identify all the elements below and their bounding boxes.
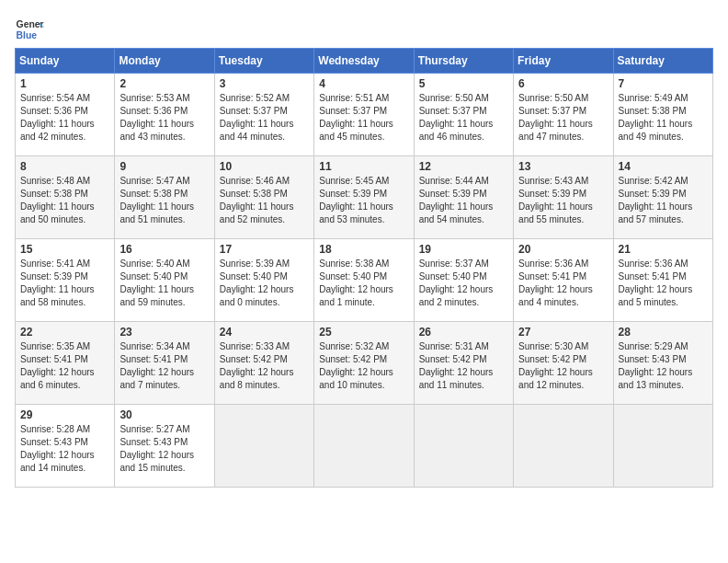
day-info: Sunrise: 5:53 AMSunset: 5:36 PMDaylight:…: [119, 92, 209, 144]
calendar-cell: 27Sunrise: 5:30 AMSunset: 5:42 PMDayligh…: [514, 322, 613, 405]
day-info: Sunrise: 5:29 AMSunset: 5:43 PMDaylight:…: [619, 340, 708, 392]
calendar-week-row: 22Sunrise: 5:35 AMSunset: 5:41 PMDayligh…: [16, 322, 713, 405]
day-info: Sunrise: 5:52 AMSunset: 5:37 PMDaylight:…: [220, 92, 309, 144]
day-info: Sunrise: 5:28 AMSunset: 5:43 PMDaylight:…: [20, 423, 109, 475]
day-info: Sunrise: 5:54 AMSunset: 5:36 PMDaylight:…: [20, 92, 109, 144]
calendar-cell: 12Sunrise: 5:44 AMSunset: 5:39 PMDayligh…: [414, 156, 513, 239]
day-number: 29: [20, 408, 109, 421]
day-number: 18: [319, 243, 408, 256]
day-number: 23: [119, 326, 209, 339]
logo: General Blue: [15, 15, 44, 44]
calendar-cell: [314, 405, 414, 488]
day-info: Sunrise: 5:48 AMSunset: 5:38 PMDaylight:…: [20, 175, 109, 226]
day-number: 14: [619, 160, 708, 173]
calendar-cell: 1Sunrise: 5:54 AMSunset: 5:36 PMDaylight…: [16, 74, 115, 156]
calendar-cell: [613, 405, 712, 488]
day-header-sunday: Sunday: [16, 49, 115, 74]
day-number: 4: [319, 77, 408, 90]
calendar-header-row: SundayMondayTuesdayWednesdayThursdayFrid…: [16, 49, 713, 74]
day-number: 15: [20, 243, 109, 256]
day-info: Sunrise: 5:50 AMSunset: 5:37 PMDaylight:…: [518, 92, 608, 144]
calendar-cell: 30Sunrise: 5:27 AMSunset: 5:43 PMDayligh…: [115, 405, 214, 488]
day-info: Sunrise: 5:35 AMSunset: 5:41 PMDaylight:…: [20, 340, 109, 392]
day-info: Sunrise: 5:49 AMSunset: 5:38 PMDaylight:…: [619, 92, 708, 144]
calendar-cell: 25Sunrise: 5:32 AMSunset: 5:42 PMDayligh…: [314, 322, 414, 405]
calendar-cell: 3Sunrise: 5:52 AMSunset: 5:37 PMDaylight…: [214, 74, 313, 156]
day-info: Sunrise: 5:47 AMSunset: 5:38 PMDaylight:…: [119, 175, 209, 226]
calendar-cell: 7Sunrise: 5:49 AMSunset: 5:38 PMDaylight…: [613, 74, 712, 156]
calendar-week-row: 8Sunrise: 5:48 AMSunset: 5:38 PMDaylight…: [16, 156, 713, 239]
day-number: 24: [220, 326, 309, 339]
logo-icon: General Blue: [15, 15, 44, 44]
calendar-cell: 2Sunrise: 5:53 AMSunset: 5:36 PMDaylight…: [115, 74, 214, 156]
day-number: 10: [220, 160, 309, 173]
day-number: 19: [419, 243, 508, 256]
day-info: Sunrise: 5:42 AMSunset: 5:39 PMDaylight:…: [619, 175, 708, 226]
calendar-cell: 17Sunrise: 5:39 AMSunset: 5:40 PMDayligh…: [214, 239, 313, 322]
calendar-cell: 10Sunrise: 5:46 AMSunset: 5:38 PMDayligh…: [214, 156, 313, 239]
day-info: Sunrise: 5:38 AMSunset: 5:40 PMDaylight:…: [319, 258, 408, 309]
day-info: Sunrise: 5:32 AMSunset: 5:42 PMDaylight:…: [319, 340, 408, 392]
day-number: 2: [119, 77, 209, 90]
day-info: Sunrise: 5:27 AMSunset: 5:43 PMDaylight:…: [119, 423, 209, 475]
calendar-cell: [414, 405, 513, 488]
day-header-tuesday: Tuesday: [214, 49, 313, 74]
day-info: Sunrise: 5:40 AMSunset: 5:40 PMDaylight:…: [119, 258, 209, 309]
day-info: Sunrise: 5:39 AMSunset: 5:40 PMDaylight:…: [220, 258, 309, 309]
page-header: General Blue: [15, 15, 713, 44]
day-info: Sunrise: 5:46 AMSunset: 5:38 PMDaylight:…: [220, 175, 309, 226]
calendar-week-row: 15Sunrise: 5:41 AMSunset: 5:39 PMDayligh…: [16, 239, 713, 322]
calendar-week-row: 29Sunrise: 5:28 AMSunset: 5:43 PMDayligh…: [16, 405, 713, 488]
calendar-cell: 21Sunrise: 5:36 AMSunset: 5:41 PMDayligh…: [613, 239, 712, 322]
day-header-monday: Monday: [115, 49, 214, 74]
day-number: 3: [220, 77, 309, 90]
day-number: 9: [119, 160, 209, 173]
day-info: Sunrise: 5:36 AMSunset: 5:41 PMDaylight:…: [619, 258, 708, 309]
day-info: Sunrise: 5:36 AMSunset: 5:41 PMDaylight:…: [518, 258, 608, 309]
calendar-cell: 26Sunrise: 5:31 AMSunset: 5:42 PMDayligh…: [414, 322, 513, 405]
day-number: 5: [419, 77, 508, 90]
calendar-cell: 22Sunrise: 5:35 AMSunset: 5:41 PMDayligh…: [16, 322, 115, 405]
calendar-cell: 19Sunrise: 5:37 AMSunset: 5:40 PMDayligh…: [414, 239, 513, 322]
day-number: 12: [419, 160, 508, 173]
calendar-cell: 5Sunrise: 5:50 AMSunset: 5:37 PMDaylight…: [414, 74, 513, 156]
calendar-cell: 24Sunrise: 5:33 AMSunset: 5:42 PMDayligh…: [214, 322, 313, 405]
calendar-cell: 16Sunrise: 5:40 AMSunset: 5:40 PMDayligh…: [115, 239, 214, 322]
day-number: 17: [220, 243, 309, 256]
day-number: 7: [619, 77, 708, 90]
calendar-cell: 28Sunrise: 5:29 AMSunset: 5:43 PMDayligh…: [613, 322, 712, 405]
svg-text:Blue: Blue: [17, 30, 38, 40]
calendar-cell: 4Sunrise: 5:51 AMSunset: 5:37 PMDaylight…: [314, 74, 414, 156]
day-number: 21: [619, 243, 708, 256]
calendar-cell: 20Sunrise: 5:36 AMSunset: 5:41 PMDayligh…: [514, 239, 613, 322]
day-number: 13: [518, 160, 608, 173]
day-number: 27: [518, 326, 608, 339]
calendar-cell: 15Sunrise: 5:41 AMSunset: 5:39 PMDayligh…: [16, 239, 115, 322]
day-number: 11: [319, 160, 408, 173]
day-number: 25: [319, 326, 408, 339]
day-info: Sunrise: 5:34 AMSunset: 5:41 PMDaylight:…: [119, 340, 209, 392]
day-header-friday: Friday: [514, 49, 613, 74]
calendar-cell: 8Sunrise: 5:48 AMSunset: 5:38 PMDaylight…: [16, 156, 115, 239]
calendar-cell: 13Sunrise: 5:43 AMSunset: 5:39 PMDayligh…: [514, 156, 613, 239]
day-info: Sunrise: 5:43 AMSunset: 5:39 PMDaylight:…: [518, 175, 608, 226]
day-header-wednesday: Wednesday: [314, 49, 414, 74]
calendar-table: SundayMondayTuesdayWednesdayThursdayFrid…: [15, 48, 713, 488]
day-number: 8: [20, 160, 109, 173]
day-number: 30: [119, 408, 209, 421]
calendar-cell: 14Sunrise: 5:42 AMSunset: 5:39 PMDayligh…: [613, 156, 712, 239]
day-info: Sunrise: 5:41 AMSunset: 5:39 PMDaylight:…: [20, 258, 109, 309]
calendar-cell: 6Sunrise: 5:50 AMSunset: 5:37 PMDaylight…: [514, 74, 613, 156]
day-info: Sunrise: 5:50 AMSunset: 5:37 PMDaylight:…: [419, 92, 508, 144]
day-info: Sunrise: 5:44 AMSunset: 5:39 PMDaylight:…: [419, 175, 508, 226]
day-info: Sunrise: 5:45 AMSunset: 5:39 PMDaylight:…: [319, 175, 408, 226]
day-number: 28: [619, 326, 708, 339]
calendar-cell: 23Sunrise: 5:34 AMSunset: 5:41 PMDayligh…: [115, 322, 214, 405]
day-number: 6: [518, 77, 608, 90]
day-info: Sunrise: 5:51 AMSunset: 5:37 PMDaylight:…: [319, 92, 408, 144]
calendar-cell: 18Sunrise: 5:38 AMSunset: 5:40 PMDayligh…: [314, 239, 414, 322]
calendar-cell: 11Sunrise: 5:45 AMSunset: 5:39 PMDayligh…: [314, 156, 414, 239]
calendar-cell: 29Sunrise: 5:28 AMSunset: 5:43 PMDayligh…: [16, 405, 115, 488]
calendar-cell: [514, 405, 613, 488]
day-info: Sunrise: 5:30 AMSunset: 5:42 PMDaylight:…: [518, 340, 608, 392]
